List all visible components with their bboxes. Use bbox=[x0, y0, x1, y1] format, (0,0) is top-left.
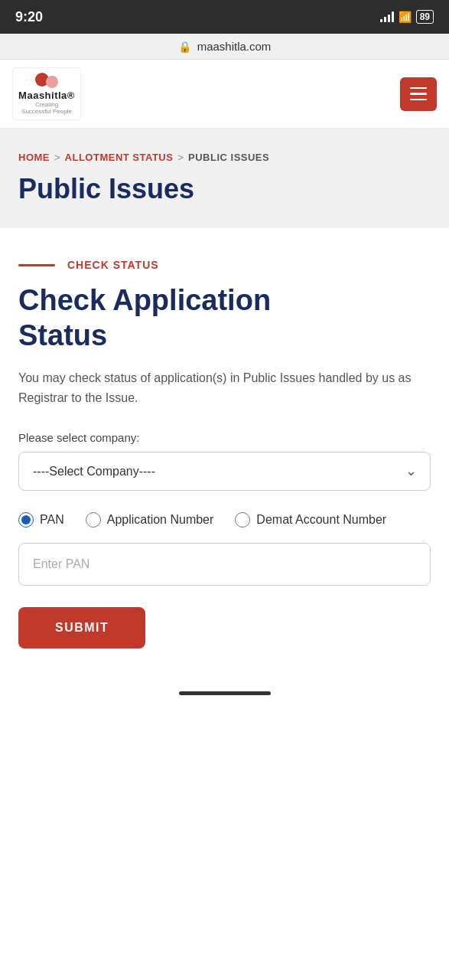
radio-pan-label: PAN bbox=[40, 513, 64, 527]
section-label-container: CHECK STATUS bbox=[18, 259, 431, 271]
home-indicator bbox=[0, 679, 449, 707]
breadcrumb-separator-2: > bbox=[177, 152, 184, 163]
hamburger-line-3 bbox=[410, 99, 427, 101]
radio-option-demat[interactable]: Demat Account Number bbox=[235, 512, 386, 528]
radio-demat[interactable] bbox=[235, 512, 250, 528]
hamburger-button[interactable] bbox=[400, 77, 437, 111]
form-description: You may check status of application(s) i… bbox=[18, 368, 431, 407]
breadcrumb-allotment[interactable]: ALLOTMENT STATUS bbox=[65, 152, 174, 163]
breadcrumb-current: PUBLIC ISSUES bbox=[188, 152, 269, 163]
radio-demat-label: Demat Account Number bbox=[256, 513, 386, 527]
form-heading: Check Application Status bbox=[18, 283, 431, 353]
logo-text: Maashitla® bbox=[18, 90, 75, 101]
breadcrumb-section: HOME > ALLOTMENT STATUS > PUBLIC ISSUES … bbox=[0, 129, 449, 228]
status-time: 9:20 bbox=[15, 9, 43, 25]
url-bar: 🔒 maashitla.com bbox=[0, 34, 449, 60]
logo-circles bbox=[35, 73, 58, 88]
section-label-line bbox=[18, 264, 55, 266]
hamburger-line-1 bbox=[410, 87, 427, 90]
status-icons: 📶 89 bbox=[380, 10, 434, 24]
logo: Maashitla® Creating Successful People bbox=[12, 67, 81, 120]
pan-input[interactable] bbox=[18, 543, 431, 586]
company-select[interactable]: ----Select Company---- bbox=[18, 452, 431, 491]
page-title: Public Issues bbox=[18, 172, 431, 205]
radio-group: PAN Application Number Demat Account Num… bbox=[18, 512, 431, 528]
status-bar: 9:20 📶 89 bbox=[0, 0, 449, 34]
signal-icon bbox=[380, 11, 394, 22]
submit-label: SUBMIT bbox=[55, 621, 109, 634]
company-select-wrapper: ----Select Company---- ⌄ bbox=[18, 452, 431, 491]
lock-icon: 🔒 bbox=[178, 41, 191, 53]
logo-tagline: Creating Successful People bbox=[21, 101, 73, 115]
submit-button[interactable]: SUBMIT bbox=[18, 607, 145, 648]
url-text: maashitla.com bbox=[197, 40, 272, 53]
breadcrumb-separator-1: > bbox=[54, 152, 60, 163]
site-header: Maashitla® Creating Successful People bbox=[0, 60, 449, 129]
logo-circle-pink bbox=[46, 76, 58, 88]
radio-option-pan[interactable]: PAN bbox=[18, 512, 64, 528]
battery-indicator: 89 bbox=[416, 10, 434, 24]
form-heading-line1: Check Application bbox=[18, 284, 271, 316]
radio-appnum-label: Application Number bbox=[107, 513, 214, 527]
breadcrumb: HOME > ALLOTMENT STATUS > PUBLIC ISSUES bbox=[18, 152, 431, 163]
main-content: CHECK STATUS Check Application Status Yo… bbox=[0, 228, 449, 678]
select-label: Please select company: bbox=[18, 431, 431, 444]
hamburger-line-2 bbox=[410, 93, 427, 95]
breadcrumb-home[interactable]: HOME bbox=[18, 152, 50, 163]
radio-option-appnum[interactable]: Application Number bbox=[86, 512, 214, 528]
section-label: CHECK STATUS bbox=[67, 259, 159, 271]
home-indicator-bar bbox=[179, 691, 271, 695]
radio-appnum[interactable] bbox=[86, 512, 101, 528]
wifi-icon: 📶 bbox=[399, 11, 412, 23]
form-heading-line2: Status bbox=[18, 319, 107, 351]
radio-pan[interactable] bbox=[18, 512, 34, 528]
